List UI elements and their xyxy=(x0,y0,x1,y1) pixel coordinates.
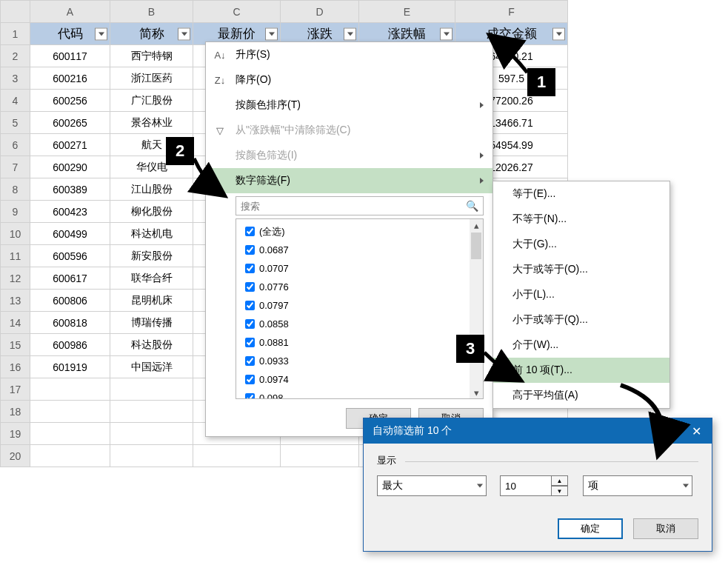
submenu-gte[interactable]: 大于或等于(O)... xyxy=(493,257,669,282)
search-input[interactable] xyxy=(236,200,483,213)
checkbox[interactable] xyxy=(245,301,255,310)
row-header[interactable]: 16 xyxy=(1,356,30,378)
list-item[interactable]: 0.0933 xyxy=(242,352,481,370)
cell[interactable]: 601919 xyxy=(30,356,110,378)
cell[interactable]: 600271 xyxy=(30,134,110,156)
list-item[interactable]: 0.0707 xyxy=(242,259,481,278)
sort-desc-item[interactable]: Z↓ 降序(O) xyxy=(206,67,492,93)
checkbox[interactable] xyxy=(245,338,255,347)
scrollbar[interactable]: ▴ ▾ xyxy=(470,219,483,398)
checkbox[interactable] xyxy=(245,264,255,273)
list-item[interactable]: 0.0687 xyxy=(242,241,481,259)
list-item[interactable]: 0.0974 xyxy=(242,370,481,389)
col-header-F[interactable]: F xyxy=(455,1,568,23)
row-header[interactable]: 18 xyxy=(1,401,30,423)
row-header[interactable]: 3 xyxy=(1,67,30,90)
sort-by-color-item[interactable]: 按颜色排序(T) xyxy=(206,93,492,118)
filter-search-box[interactable]: 🔍 xyxy=(236,196,484,215)
cell[interactable]: 600596 xyxy=(30,245,110,267)
filter-dropdown-icon[interactable] xyxy=(178,27,190,40)
spinner-down-icon[interactable]: ▼ xyxy=(552,486,568,496)
filter-dropdown-icon[interactable] xyxy=(344,27,356,40)
close-icon[interactable]: ✕ xyxy=(681,418,712,444)
list-item[interactable]: 0.098 xyxy=(242,389,481,399)
direction-combo[interactable]: 最大 xyxy=(377,475,487,496)
checkbox[interactable] xyxy=(245,245,255,255)
cell[interactable]: 浙江医药 xyxy=(110,67,193,90)
scroll-up-icon[interactable]: ▴ xyxy=(470,219,483,231)
checkbox[interactable] xyxy=(245,282,255,292)
cell[interactable]: 600986 xyxy=(30,334,110,356)
list-item[interactable]: 0.0881 xyxy=(242,333,481,352)
row-header[interactable]: 5 xyxy=(1,112,30,134)
checkbox[interactable] xyxy=(245,227,255,236)
cell[interactable] xyxy=(30,378,110,401)
submenu-top10[interactable]: 前 10 项(T)... xyxy=(493,358,669,383)
row-header[interactable]: 13 xyxy=(1,290,30,312)
row-header[interactable]: 11 xyxy=(1,245,30,267)
submenu-gt[interactable]: 大于(G)... xyxy=(493,232,669,257)
cell[interactable]: 广汇股份 xyxy=(110,90,193,112)
dialog-cancel-button[interactable]: 取消 xyxy=(633,518,698,539)
row-header[interactable]: 1 xyxy=(1,23,30,45)
cell[interactable] xyxy=(110,445,193,467)
row-header[interactable]: 12 xyxy=(1,267,30,290)
cell[interactable]: 600806 xyxy=(30,290,110,312)
cell[interactable]: 600290 xyxy=(30,156,110,178)
cell[interactable]: 联华合纤 xyxy=(110,267,193,290)
scrollbar-thumb[interactable] xyxy=(471,233,481,259)
filter-header-name[interactable]: 简称 xyxy=(110,23,193,45)
col-header-D[interactable]: D xyxy=(281,1,359,23)
submenu-above-avg[interactable]: 高于平均值(A) xyxy=(493,383,669,408)
sort-asc-item[interactable]: A↓ 升序(S) xyxy=(206,42,492,67)
cell[interactable]: 600423 xyxy=(30,201,110,223)
cell[interactable]: 江山股份 xyxy=(110,178,193,201)
cell[interactable] xyxy=(193,445,281,467)
filter-values-list[interactable]: (全选) 0.0687 0.0707 0.0776 0.0797 0.0858 … xyxy=(236,218,484,399)
list-item[interactable]: (全选) xyxy=(242,222,481,241)
cell[interactable]: 600389 xyxy=(30,178,110,201)
cell[interactable] xyxy=(110,378,193,401)
row-header[interactable]: 17 xyxy=(1,378,30,401)
col-header-C[interactable]: C xyxy=(193,1,281,23)
dialog-titlebar[interactable]: 自动筛选前 10 个 ? ✕ xyxy=(364,418,712,444)
row-header[interactable]: 15 xyxy=(1,334,30,356)
cell[interactable]: 600499 xyxy=(30,223,110,245)
scroll-down-icon[interactable]: ▾ xyxy=(470,387,483,398)
cell[interactable] xyxy=(110,401,193,423)
cell[interactable]: 600265 xyxy=(30,112,110,134)
cell[interactable]: 西宁特钢 xyxy=(110,45,193,67)
row-header[interactable]: 14 xyxy=(1,312,30,334)
submenu-between[interactable]: 介于(W)... xyxy=(493,332,669,358)
cell[interactable]: 600256 xyxy=(30,90,110,112)
cell[interactable]: 600117 xyxy=(30,45,110,67)
submenu-neq[interactable]: 不等于(N)... xyxy=(493,207,669,232)
cell[interactable]: 600818 xyxy=(30,312,110,334)
cell[interactable]: 博瑞传播 xyxy=(110,312,193,334)
cell[interactable]: 新安股份 xyxy=(110,245,193,267)
submenu-eq[interactable]: 等于(E)... xyxy=(493,181,669,207)
filter-dropdown-icon[interactable] xyxy=(265,27,278,40)
filter-dropdown-icon[interactable] xyxy=(95,27,107,40)
row-header[interactable]: 4 xyxy=(1,90,30,112)
cell[interactable]: 600216 xyxy=(30,67,110,90)
row-header[interactable]: 8 xyxy=(1,178,30,201)
submenu-lt[interactable]: 小于(L)... xyxy=(493,282,669,307)
filter-dropdown-icon[interactable] xyxy=(440,27,453,40)
list-item[interactable]: 0.0776 xyxy=(242,278,481,296)
cell[interactable]: 600617 xyxy=(30,267,110,290)
list-item[interactable]: 0.0858 xyxy=(242,315,481,333)
cell[interactable] xyxy=(110,423,193,445)
cell[interactable]: 科达股份 xyxy=(110,334,193,356)
cell[interactable] xyxy=(30,445,110,467)
row-header[interactable]: 9 xyxy=(1,201,30,223)
dialog-ok-button[interactable]: 确定 xyxy=(558,518,623,539)
row-header[interactable]: 20 xyxy=(1,445,30,467)
filter-dropdown-icon[interactable] xyxy=(552,27,565,40)
row-header[interactable]: 19 xyxy=(1,423,30,445)
cell[interactable] xyxy=(30,423,110,445)
col-header-E[interactable]: E xyxy=(359,1,455,23)
submenu-lte[interactable]: 小于或等于(Q)... xyxy=(493,307,669,332)
cell[interactable]: 科达机电 xyxy=(110,223,193,245)
row-header[interactable]: 2 xyxy=(1,45,30,67)
